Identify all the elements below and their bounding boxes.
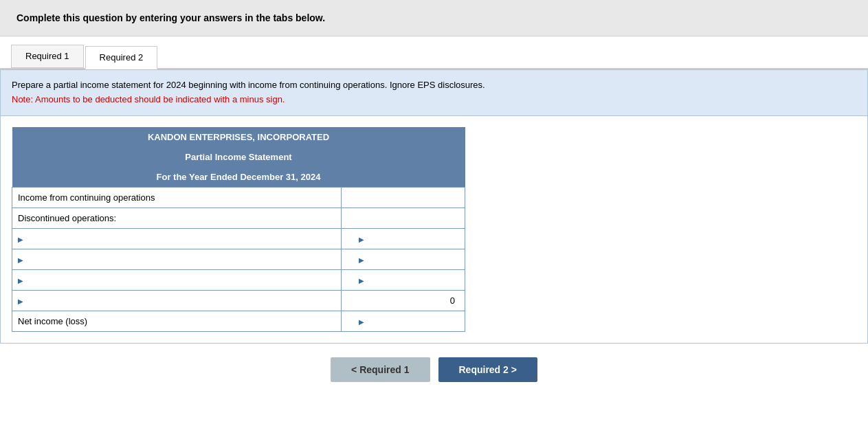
triangle-icon-4: ▶ bbox=[18, 277, 23, 284]
table-header-1: KANDON ENTERPRISES, INCORPORATED bbox=[12, 127, 465, 147]
row-label-4[interactable]: ▶ bbox=[12, 269, 342, 290]
main-instruction: Prepare a partial income statement for 2… bbox=[12, 80, 485, 90]
table-row: ▶ ▶ bbox=[12, 269, 465, 290]
table-row: ▶ 0 bbox=[12, 290, 465, 311]
tab-required-1[interactable]: Required 1 bbox=[11, 45, 84, 68]
label-input-5[interactable] bbox=[29, 294, 315, 307]
nav-buttons: < Required 1 Required 2 > bbox=[0, 344, 868, 396]
triangle-icon-6: ▶ bbox=[359, 318, 364, 326]
value-input-6[interactable] bbox=[370, 315, 459, 328]
tab-required-2[interactable]: Required 2 bbox=[85, 46, 158, 69]
prev-button[interactable]: < Required 1 bbox=[331, 357, 430, 382]
instruction-bar: Complete this question by entering your … bbox=[0, 0, 868, 36]
row-value-5[interactable]: 0 bbox=[342, 290, 465, 311]
tabs-container: Required 1 Required 2 bbox=[0, 36, 868, 69]
instruction-text: Complete this question by entering your … bbox=[16, 12, 325, 23]
value-input-3[interactable] bbox=[370, 253, 459, 266]
table-wrapper: KANDON ENTERPRISES, INCORPORATED Partial… bbox=[1, 116, 867, 343]
row-label-5[interactable]: ▶ bbox=[12, 290, 342, 311]
row-label-2[interactable]: ▶ bbox=[12, 228, 342, 249]
row-value-2[interactable]: ▶ bbox=[342, 228, 465, 249]
period-label: For the Year Ended December 31, 2024 bbox=[12, 167, 465, 188]
table-header-3: For the Year Ended December 31, 2024 bbox=[12, 167, 465, 188]
triangle-icon-2: ▶ bbox=[18, 236, 23, 243]
table-row: Income from continuing operations bbox=[12, 187, 465, 208]
table-header-2: Partial Income Statement bbox=[12, 147, 465, 167]
label-input-3[interactable] bbox=[29, 253, 315, 266]
row-value-6[interactable]: ▶ bbox=[342, 311, 465, 331]
company-name: KANDON ENTERPRISES, INCORPORATED bbox=[12, 127, 465, 147]
row-value-1 bbox=[342, 208, 465, 228]
value-input-2[interactable] bbox=[370, 232, 459, 245]
row-value-0[interactable] bbox=[342, 187, 465, 208]
statement-title: Partial Income Statement bbox=[12, 147, 465, 167]
row-label-6: Net income (loss) bbox=[12, 311, 342, 331]
label-input-4[interactable] bbox=[29, 273, 315, 287]
row-value-4[interactable]: ▶ bbox=[342, 269, 465, 290]
row-label-0: Income from continuing operations bbox=[12, 187, 342, 208]
instruction-note: Note: Amounts to be deducted should be i… bbox=[12, 94, 285, 104]
content-area: Prepare a partial income statement for 2… bbox=[0, 69, 868, 344]
triangle-icon-5: ▶ bbox=[18, 298, 23, 305]
row-label-1: Discontinued operations: bbox=[12, 208, 342, 228]
table-row: ▶ ▶ bbox=[12, 228, 465, 249]
row-label-3[interactable]: ▶ bbox=[12, 249, 342, 269]
triangle-icon-val-3: ▶ bbox=[359, 256, 364, 264]
table-row: Discontinued operations: bbox=[12, 208, 465, 228]
triangle-icon-val-4: ▶ bbox=[359, 277, 364, 284]
triangle-icon-3: ▶ bbox=[18, 256, 23, 264]
table-row: Net income (loss) ▶ bbox=[12, 311, 465, 331]
triangle-icon-val-2: ▶ bbox=[359, 236, 364, 243]
zero-display: 0 bbox=[347, 295, 459, 306]
value-input-4[interactable] bbox=[370, 273, 459, 287]
instruction-section: Prepare a partial income statement for 2… bbox=[1, 70, 867, 116]
row-value-3[interactable]: ▶ bbox=[342, 249, 465, 269]
value-input-0[interactable] bbox=[347, 191, 459, 204]
label-input-2[interactable] bbox=[29, 232, 315, 245]
income-table: KANDON ENTERPRISES, INCORPORATED Partial… bbox=[12, 127, 465, 332]
table-row: ▶ ▶ bbox=[12, 249, 465, 269]
next-button[interactable]: Required 2 > bbox=[438, 357, 537, 382]
